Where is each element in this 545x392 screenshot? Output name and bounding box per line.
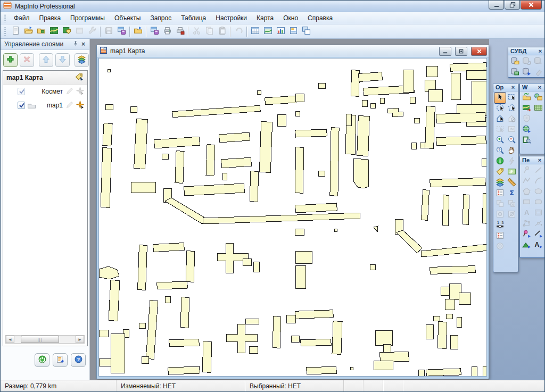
building-footprint[interactable] xyxy=(418,370,424,376)
building-footprint[interactable] xyxy=(425,106,435,149)
building-footprint[interactable] xyxy=(318,171,325,176)
building-footprint[interactable] xyxy=(249,346,258,353)
zoom-out-button[interactable] xyxy=(506,135,517,146)
building-footprint[interactable] xyxy=(420,143,425,148)
new-browser-button[interactable] xyxy=(249,25,261,38)
map-close-button[interactable] xyxy=(471,47,487,56)
save-workspace-button[interactable] xyxy=(115,25,128,38)
building-footprint[interactable] xyxy=(374,361,393,370)
geo-link-button[interactable] xyxy=(521,124,532,135)
building-footprint[interactable] xyxy=(245,319,259,324)
building-footprint[interactable] xyxy=(466,70,487,79)
layer-visibility-checkbox[interactable] xyxy=(18,102,25,109)
building-footprint[interactable] xyxy=(111,333,125,373)
ruler-tool-button[interactable] xyxy=(506,178,517,188)
operations-panel-titlebar[interactable]: Ор × xyxy=(493,84,518,91)
menu-программы[interactable]: Программы xyxy=(65,13,110,23)
building-footprint[interactable] xyxy=(351,70,360,96)
map-window-titlebar[interactable]: map1 Карта xyxy=(97,45,489,57)
building-footprint[interactable] xyxy=(295,251,312,263)
building-footprint[interactable] xyxy=(186,251,194,282)
building-footprint[interactable] xyxy=(257,90,261,94)
layer-visibility-checkbox[interactable] xyxy=(18,88,25,95)
apply-button[interactable] xyxy=(35,353,49,367)
map-grid-button[interactable] xyxy=(533,103,544,114)
close-button[interactable] xyxy=(521,1,542,10)
open-more-button[interactable] xyxy=(131,25,144,38)
toolbar-grip[interactable] xyxy=(4,27,6,36)
building-footprint[interactable] xyxy=(483,366,487,377)
legend-window-button[interactable] xyxy=(494,231,506,241)
scroll-track[interactable]: ||| xyxy=(14,336,76,343)
menu-таблица[interactable]: Таблица xyxy=(176,13,211,23)
building-footprint[interactable] xyxy=(346,114,351,126)
menu-объекты[interactable]: Объекты xyxy=(110,13,146,23)
building-footprint[interactable] xyxy=(153,243,185,252)
polygon-select-button[interactable] xyxy=(506,103,517,114)
building-footprint[interactable] xyxy=(291,336,299,342)
zoom-in-button[interactable] xyxy=(494,135,506,146)
marquee-select-button[interactable] xyxy=(506,93,517,103)
building-footprint[interactable] xyxy=(411,143,416,149)
open-table-button[interactable] xyxy=(22,25,35,38)
building-footprint[interactable] xyxy=(459,293,470,304)
layer-style-icon[interactable] xyxy=(76,100,85,111)
open-universal-data-button[interactable] xyxy=(47,25,60,38)
building-footprint[interactable] xyxy=(353,159,369,188)
building-footprint[interactable] xyxy=(318,83,325,88)
drawing-panel-titlebar[interactable]: Пе × xyxy=(520,156,544,164)
building-footprint[interactable] xyxy=(445,299,455,310)
close-icon[interactable]: × xyxy=(537,48,543,54)
building-footprint[interactable] xyxy=(410,97,415,103)
building-footprint[interactable] xyxy=(253,262,259,272)
open-dbms-table-button[interactable] xyxy=(509,56,521,67)
building-footprint[interactable] xyxy=(414,118,419,123)
building-footprint[interactable] xyxy=(443,195,449,226)
minimize-button[interactable] xyxy=(489,1,504,10)
building-footprint[interactable] xyxy=(286,315,295,323)
line-style-button[interactable] xyxy=(533,229,544,240)
statistics-tool-button[interactable]: Σ xyxy=(506,188,517,199)
building-footprint[interactable] xyxy=(436,136,486,145)
menu-файл[interactable]: Файл xyxy=(9,13,35,23)
building-footprint[interactable] xyxy=(359,72,383,81)
menu-окно[interactable]: Окно xyxy=(278,13,303,23)
building-footprint[interactable] xyxy=(250,171,259,202)
building-footprint[interactable] xyxy=(433,316,440,321)
pin-icon[interactable] xyxy=(71,40,79,49)
print-window-button[interactable] xyxy=(174,25,186,38)
dbms-panel-titlebar[interactable]: СУБД × xyxy=(508,47,545,55)
select-tool-button[interactable] xyxy=(494,93,506,103)
tile-windows-button[interactable] xyxy=(300,25,312,38)
building-footprint[interactable] xyxy=(295,229,304,235)
boundary-select-button[interactable] xyxy=(494,114,506,124)
close-icon[interactable]: × xyxy=(510,84,516,90)
restore-button[interactable] xyxy=(505,1,520,10)
layer-tree-header[interactable]: map1 Карта xyxy=(3,71,87,85)
building-footprint[interactable] xyxy=(357,116,370,156)
radius-select-button[interactable] xyxy=(494,103,506,114)
status-selected[interactable]: Выбранный: НЕТ xyxy=(245,380,344,391)
catalog-browser-button[interactable] xyxy=(521,135,532,146)
building-footprint[interactable] xyxy=(426,66,437,77)
open-copy-button[interactable] xyxy=(35,25,47,38)
building-footprint[interactable] xyxy=(446,314,452,319)
region-style-button[interactable] xyxy=(521,240,532,251)
building-footprint[interactable] xyxy=(202,341,212,373)
building-footprint[interactable] xyxy=(277,114,286,126)
building-footprint[interactable] xyxy=(295,94,304,102)
building-footprint[interactable] xyxy=(175,151,184,183)
scalebar-tool-button[interactable]: 15 xyxy=(494,220,506,231)
close-icon[interactable]: × xyxy=(536,84,543,90)
layer-properties-button[interactable] xyxy=(75,53,89,67)
scroll-left-icon[interactable]: ◄ xyxy=(6,336,14,343)
building-footprint[interactable] xyxy=(422,190,430,221)
label-tool-button[interactable] xyxy=(494,167,506,178)
building-footprint[interactable] xyxy=(334,229,337,231)
menu-справка[interactable]: Справка xyxy=(303,13,337,23)
building-footprint[interactable] xyxy=(138,245,147,290)
building-footprint[interactable] xyxy=(426,369,461,376)
building-footprint[interactable] xyxy=(108,69,110,72)
building-footprint[interactable] xyxy=(330,128,339,196)
map-restore-button[interactable] xyxy=(455,47,467,56)
